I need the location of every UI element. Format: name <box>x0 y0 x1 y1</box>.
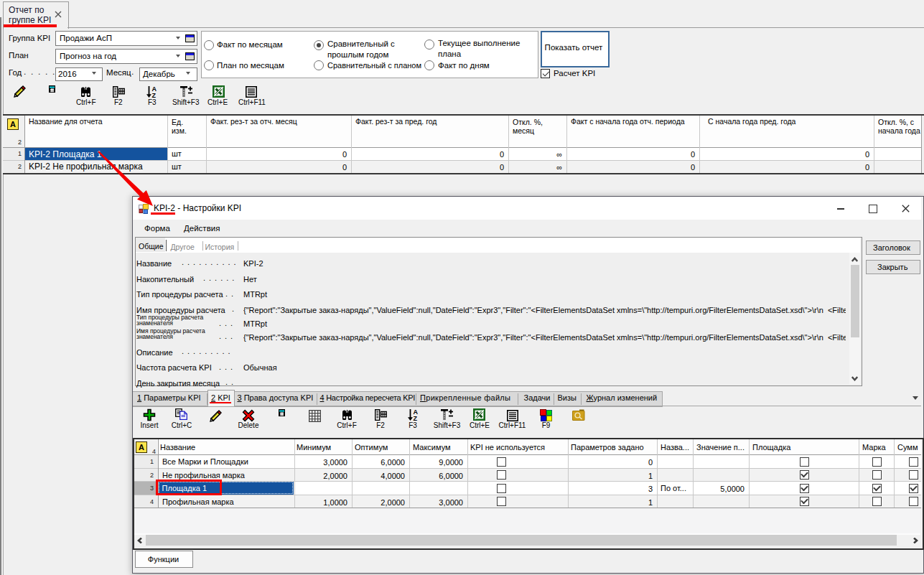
svg-text:Z: Z <box>414 415 418 421</box>
svg-text:Z: Z <box>152 92 157 98</box>
